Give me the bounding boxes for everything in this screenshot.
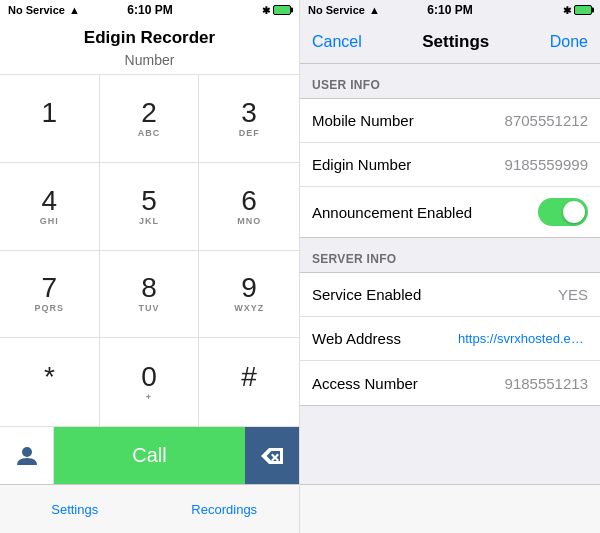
access-number-value: 9185551213 [505, 375, 588, 392]
time-left: 6:10 PM [127, 3, 172, 17]
settings-content: USER INFO Mobile Number 8705551212 Edigi… [300, 64, 600, 484]
service-enabled-row: Service Enabled YES [300, 273, 600, 317]
status-bar-left: No Service ▲ 6:10 PM ✱ [0, 0, 299, 20]
dial-letters-3: DEF [239, 128, 260, 138]
right-tab-bar [300, 484, 600, 533]
left-status-right: No Service ▲ [308, 4, 380, 16]
tab-recordings-label: Recordings [191, 502, 257, 517]
mobile-number-label: Mobile Number [312, 112, 414, 129]
battery-icon-left [273, 5, 291, 15]
left-status-left: No Service ▲ [8, 4, 80, 16]
dial-digit-4: 4 [42, 187, 58, 215]
settings-title: Settings [422, 32, 489, 52]
announcement-enabled-row: Announcement Enabled [300, 187, 600, 237]
user-info-group: Mobile Number 8705551212 Edigin Number 9… [300, 98, 600, 238]
dial-letters-8: TUV [138, 303, 159, 313]
svg-point-0 [22, 447, 32, 457]
bottom-bar: Call [0, 426, 299, 484]
access-number-row: Access Number 9185551213 [300, 361, 600, 405]
right-panel: No Service ▲ 6:10 PM ✱ Cancel Settings D… [300, 0, 600, 533]
status-bar-right: No Service ▲ 6:10 PM ✱ [300, 0, 600, 20]
web-address-value[interactable]: https://svrxhosted.ed... [458, 331, 588, 346]
app-title: Edigin Recorder [0, 20, 299, 52]
edigin-number-row: Edigin Number 9185559999 [300, 143, 600, 187]
dial-key-3[interactable]: 3 DEF [199, 75, 299, 163]
bluetooth-icon-left: ✱ [262, 5, 270, 16]
contacts-button[interactable] [0, 427, 54, 485]
dial-digit-1: 1 [42, 99, 58, 127]
tab-bar-left: Settings Recordings [0, 484, 299, 533]
server-info-group: Service Enabled YES Web Address https://… [300, 272, 600, 406]
dial-key-0[interactable]: 0 + [100, 338, 200, 426]
dial-digit-8: 8 [141, 274, 157, 302]
call-label: Call [132, 444, 166, 467]
done-button[interactable]: Done [550, 33, 588, 51]
delete-button[interactable] [245, 427, 299, 485]
dial-letters-0: + [146, 392, 152, 402]
wifi-icon-right: ▲ [369, 4, 380, 16]
dial-letters-1 [48, 128, 52, 138]
dial-letters-9: WXYZ [234, 303, 264, 313]
tab-settings[interactable]: Settings [0, 485, 150, 533]
dial-key-9[interactable]: 9 WXYZ [199, 251, 299, 339]
dialpad: 1 2 ABC 3 DEF 4 GHI 5 JKL 6 MNO 7 PQRS 8 [0, 74, 299, 426]
dial-letters-7: PQRS [35, 303, 65, 313]
dial-letters-4: GHI [40, 216, 59, 226]
call-button[interactable]: Call [54, 427, 245, 485]
wifi-icon-left: ▲ [69, 4, 80, 16]
dial-key-6[interactable]: 6 MNO [199, 163, 299, 251]
dial-digit-7: 7 [42, 274, 58, 302]
dial-letters-5: JKL [139, 216, 159, 226]
cancel-button[interactable]: Cancel [312, 33, 362, 51]
battery-icon-right [574, 5, 592, 15]
edigin-number-label: Edigin Number [312, 156, 411, 173]
edigin-number-value: 9185559999 [505, 156, 588, 173]
dial-letters-star [48, 392, 52, 402]
dial-letters-2: ABC [138, 128, 161, 138]
announcement-enabled-label: Announcement Enabled [312, 204, 472, 221]
dial-digit-6: 6 [241, 187, 257, 215]
dial-key-7[interactable]: 7 PQRS [0, 251, 100, 339]
section-header-user: USER INFO [300, 64, 600, 98]
right-status-left: ✱ [262, 5, 291, 16]
person-icon [14, 443, 40, 469]
dial-key-2[interactable]: 2 ABC [100, 75, 200, 163]
dial-key-hash[interactable]: # [199, 338, 299, 426]
web-address-label: Web Address [312, 330, 401, 347]
right-status-right: ✱ [563, 5, 592, 16]
announcement-toggle[interactable] [538, 198, 588, 226]
bluetooth-icon-right: ✱ [563, 5, 571, 16]
dial-key-8[interactable]: 8 TUV [100, 251, 200, 339]
dial-key-4[interactable]: 4 GHI [0, 163, 100, 251]
dial-letters-hash [247, 392, 251, 402]
dial-digit-3: 3 [241, 99, 257, 127]
service-enabled-value: YES [558, 286, 588, 303]
left-panel: No Service ▲ 6:10 PM ✱ Edigin Recorder N… [0, 0, 300, 533]
time-right: 6:10 PM [427, 3, 472, 17]
dial-digit-star: * [44, 363, 55, 391]
backspace-icon [260, 447, 284, 465]
no-service-label-right: No Service [308, 4, 365, 16]
tab-recordings[interactable]: Recordings [150, 485, 300, 533]
dial-digit-0: 0 [141, 363, 157, 391]
dial-key-1[interactable]: 1 [0, 75, 100, 163]
access-number-label: Access Number [312, 375, 418, 392]
number-label: Number [0, 52, 299, 74]
service-enabled-label: Service Enabled [312, 286, 421, 303]
web-address-row: Web Address https://svrxhosted.ed... [300, 317, 600, 361]
dial-letters-6: MNO [237, 216, 261, 226]
mobile-number-value: 8705551212 [505, 112, 588, 129]
tab-settings-label: Settings [51, 502, 98, 517]
dial-digit-2: 2 [141, 99, 157, 127]
dial-digit-hash: # [241, 363, 257, 391]
section-header-server: SERVER INFO [300, 238, 600, 272]
mobile-number-row: Mobile Number 8705551212 [300, 99, 600, 143]
dial-digit-5: 5 [141, 187, 157, 215]
dial-key-5[interactable]: 5 JKL [100, 163, 200, 251]
settings-nav: Cancel Settings Done [300, 20, 600, 64]
no-service-label-left: No Service [8, 4, 65, 16]
dial-digit-9: 9 [241, 274, 257, 302]
dial-key-star[interactable]: * [0, 338, 100, 426]
